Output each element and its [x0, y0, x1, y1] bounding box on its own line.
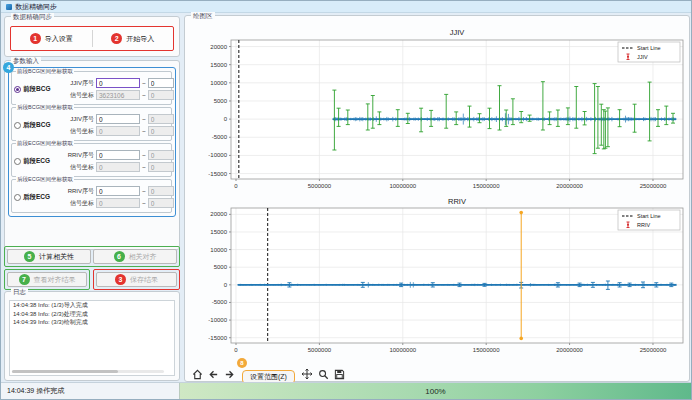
progress-value: 100%	[425, 387, 445, 396]
radio-icon	[14, 158, 21, 165]
signal-coord-label: 信号坐标	[61, 199, 94, 208]
start-import-label: 开始导入	[126, 34, 154, 44]
signal-coord-start-input[interactable]	[96, 126, 140, 136]
progress-bar: 100%	[179, 383, 691, 399]
svg-text:5000: 5000	[214, 264, 228, 270]
svg-text:JJIV: JJIV	[450, 28, 465, 37]
calc-correlation-label: 计算相关性	[39, 252, 74, 262]
radio-ecg-rear[interactable]: 后段ECG	[14, 193, 61, 202]
range-separator: ~	[142, 164, 146, 171]
signal-coord-start-input[interactable]	[96, 162, 140, 172]
forward-icon[interactable]	[223, 368, 236, 381]
pan-icon[interactable]	[301, 368, 314, 381]
step-badge-7: 7	[19, 274, 30, 285]
ecg-rear-section: 后段ECG区间坐标获取 后段ECG RRIV序号 ~	[11, 179, 172, 213]
svg-text:15000: 15000	[210, 229, 227, 235]
signal-coord-end-input[interactable]	[148, 90, 174, 100]
step-badge-2: 2	[111, 33, 122, 44]
rriv-index-label: RRIV序号	[61, 187, 94, 196]
signal-coord-label: 信号坐标	[61, 91, 94, 100]
range-separator: ~	[142, 200, 146, 207]
svg-text:RRIV: RRIV	[448, 198, 466, 206]
view-align-outline: 7 查看对齐结果	[4, 269, 90, 290]
step-badge-8: 8	[237, 358, 247, 368]
range-separator: ~	[142, 188, 146, 195]
rriv-index-start-input[interactable]	[96, 186, 140, 196]
status-message: 14:04:39 操作完成	[1, 383, 179, 399]
title-bar: 数据精确同步	[1, 1, 691, 13]
svg-text:20000000: 20000000	[556, 347, 583, 353]
svg-text:Start Line: Start Line	[637, 45, 661, 51]
corr-buttons-outline: 5 计算相关性 6 相关对齐	[4, 246, 180, 267]
params-outline: 4 前段BCG区间坐标获取 前段BCG JJIV序号 ~	[8, 67, 176, 217]
radio-ecg-front[interactable]: 前段ECG	[14, 157, 61, 166]
svg-text:10000000: 10000000	[389, 347, 416, 353]
jjiv-index-end-input[interactable]	[148, 78, 174, 88]
svg-text:0: 0	[234, 347, 238, 353]
correlation-align-label: 相关对齐	[129, 252, 157, 262]
svg-text:-5000: -5000	[212, 299, 228, 305]
rriv-index-start-input[interactable]	[96, 150, 140, 160]
save-icon[interactable]	[333, 368, 346, 381]
view-align-result-button[interactable]: 7 查看对齐结果	[7, 272, 87, 287]
radio-icon	[14, 194, 21, 201]
svg-text:5000: 5000	[214, 98, 228, 104]
correlation-align-button[interactable]: 6 相关对齐	[93, 249, 177, 264]
log-group: 日志 14:04:38 Info: (1/3)导入完成 14:04:38 Inf…	[4, 291, 180, 381]
svg-text:20000: 20000	[210, 211, 227, 217]
jjiv-index-start-input[interactable]	[96, 78, 140, 88]
radio-bcg-front-label: 前段BCG	[23, 85, 50, 94]
ecg-rear-section-title: 后段ECG区间坐标获取	[16, 176, 74, 182]
jjiv-index-end-input[interactable]	[148, 114, 174, 124]
plot-group-title: 绘图区	[191, 12, 215, 19]
log-horizontal-scrollbar[interactable]	[12, 370, 164, 373]
signal-coord-end-input[interactable]	[148, 162, 174, 172]
save-result-button[interactable]: 3 保存结果	[96, 272, 177, 287]
svg-text:10000: 10000	[210, 247, 227, 253]
svg-text:5000000: 5000000	[308, 183, 332, 189]
svg-text:15000000: 15000000	[473, 347, 500, 353]
jjiv-index-start-input[interactable]	[96, 114, 140, 124]
bcg-rear-section: 后段BCG区间坐标获取 后段BCG JJIV序号 ~	[11, 107, 172, 141]
plot-toolbar: 8 设置范围(Z)	[191, 366, 346, 382]
svg-text:JJIV: JJIV	[637, 54, 648, 60]
radio-icon	[14, 122, 21, 129]
step-badge-4: 4	[3, 62, 14, 73]
save-result-outline: 3 保存结果	[93, 269, 180, 290]
radio-bcg-rear-label: 后段BCG	[23, 121, 50, 130]
signal-coord-end-input[interactable]	[148, 198, 174, 208]
import-settings-button[interactable]: 1 导入设置	[11, 27, 92, 50]
rriv-index-end-input[interactable]	[148, 186, 174, 196]
window-title: 数据精确同步	[15, 2, 57, 12]
view-align-result-label: 查看对齐结果	[34, 275, 76, 285]
svg-text:0: 0	[234, 183, 238, 189]
svg-text:-15000: -15000	[208, 335, 227, 341]
home-icon[interactable]	[191, 368, 204, 381]
svg-text:-5000: -5000	[212, 134, 228, 140]
svg-text:25000000: 25000000	[640, 183, 667, 189]
calc-correlation-button[interactable]: 5 计算相关性	[7, 249, 91, 264]
rriv-index-end-input[interactable]	[148, 150, 174, 160]
radio-bcg-front[interactable]: 前段BCG	[14, 85, 61, 94]
back-icon[interactable]	[207, 368, 220, 381]
zoom-icon[interactable]	[317, 368, 330, 381]
step-badge-5: 5	[24, 251, 35, 262]
signal-coord-start-input[interactable]	[96, 90, 140, 100]
log-entry: 14:04:39 Info: (3/3)绘制完成	[10, 318, 174, 327]
radio-bcg-rear[interactable]: 后段BCG	[14, 121, 61, 130]
jjiv-chart[interactable]: 0500000010000000150000002000000025000000…	[189, 24, 687, 196]
range-separator: ~	[142, 128, 146, 135]
params-group-title: 参数输入	[11, 57, 41, 64]
log-box[interactable]: 14:04:38 Info: (1/3)导入完成 14:04:38 Info: …	[9, 300, 175, 376]
params-group: 参数输入 4 前段BCG区间坐标获取 前段BCG JJIV序号	[4, 60, 180, 250]
svg-text:0: 0	[224, 116, 228, 122]
start-import-button[interactable]: 2 开始导入	[93, 27, 174, 50]
main-area: 数据精确同步 1 导入设置 2 开始导入 参数输入 4 前段BCG区间坐标获取	[1, 13, 691, 382]
svg-text:Start Line: Start Line	[637, 213, 661, 219]
step-badge-1: 1	[30, 33, 41, 44]
signal-coord-end-input[interactable]	[148, 126, 174, 136]
rriv-chart[interactable]: 0500000010000000150000002000000025000000…	[189, 198, 687, 360]
signal-coord-start-input[interactable]	[96, 198, 140, 208]
svg-text:RRIV: RRIV	[637, 222, 650, 228]
signal-coord-label: 信号坐标	[61, 163, 94, 172]
